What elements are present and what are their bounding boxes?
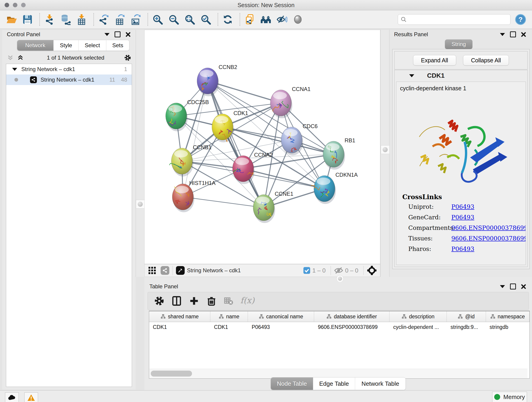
table-cell[interactable]: cyclin-dependent ...	[389, 322, 447, 332]
export-network-icon[interactable]	[98, 14, 109, 25]
panel-float-icon[interactable]	[114, 32, 120, 37]
expand-all-button[interactable]: Expand All	[413, 55, 456, 65]
crosslink-value-link[interactable]: P06493	[451, 245, 474, 252]
export-table-icon[interactable]	[114, 14, 125, 25]
table-cell[interactable]: 9606.ENSP00000378699	[314, 322, 389, 332]
network-options-gear-icon[interactable]	[124, 54, 131, 61]
column-header-database-identifier[interactable]: database identifier	[314, 311, 389, 322]
panel-float-icon[interactable]	[510, 283, 516, 289]
left-splitter[interactable]	[136, 30, 145, 277]
table-cell[interactable]: P06493	[248, 322, 314, 332]
network-node-CCNB1[interactable]: CCNB1	[169, 144, 211, 177]
network-edge[interactable]	[183, 197, 264, 208]
column-header-@id[interactable]: @id	[447, 311, 486, 322]
show-columns-icon[interactable]	[172, 296, 182, 306]
import-network-from-database-icon[interactable]	[60, 14, 71, 25]
network-collection-row[interactable]: String Network – cdk1 1	[6, 64, 132, 75]
network-node-CDC25B[interactable]: CDC25B	[166, 99, 209, 131]
network-node-RB1[interactable]: RB1	[323, 137, 355, 170]
panel-close-icon[interactable]	[521, 32, 526, 37]
table-row[interactable]: CDK1CDK1P064939606.ENSP00000378699cyclin…	[149, 322, 530, 332]
column-header-name[interactable]: name	[210, 311, 248, 322]
birds-eye-view-icon[interactable]	[148, 266, 157, 275]
crosslink-value-link[interactable]: P06493	[451, 214, 474, 221]
center-view-target-icon[interactable]	[367, 265, 377, 275]
panel-menu-icon[interactable]	[500, 285, 505, 288]
string-home-icon[interactable]	[260, 14, 271, 25]
panel-close-icon[interactable]	[521, 284, 526, 289]
tab-sets[interactable]: Sets	[106, 40, 129, 51]
network-graph[interactable]: CCNB2CCNA1CDC25BCDK1CDC6RB1CCNB1CCNA2CDK…	[145, 30, 380, 264]
table-cell[interactable]: stringdb:9...	[447, 322, 486, 332]
tab-string[interactable]: String	[445, 39, 472, 49]
panel-close-icon[interactable]	[126, 32, 131, 37]
table-cell[interactable]: CDK1	[149, 322, 210, 332]
node-details-header[interactable]: CDK1	[394, 70, 527, 81]
column-header-description[interactable]: description	[389, 311, 447, 322]
tab-node-table[interactable]: Node Table	[271, 377, 313, 390]
import-table-from-file-icon[interactable]	[76, 14, 87, 25]
import-network-from-file-icon[interactable]	[44, 14, 55, 25]
network-edge[interactable]	[182, 140, 292, 161]
open-external-icon[interactable]	[176, 266, 185, 275]
selected-checkbox-icon[interactable]	[303, 267, 310, 274]
panel-menu-icon[interactable]	[500, 33, 505, 36]
memory-button[interactable]: Memory	[492, 392, 527, 402]
horizontal-scrollbar[interactable]	[149, 369, 527, 378]
crosslink-value-link[interactable]: 9606.ENSP00000378699	[451, 224, 526, 231]
table-cell[interactable]: stringdb	[486, 322, 530, 332]
crosslink-value-link[interactable]: 9606.ENSP00000378699	[451, 235, 526, 242]
table-cell[interactable]: CDK1	[210, 322, 248, 332]
panel-float-icon[interactable]	[510, 32, 516, 37]
network-edge[interactable]	[183, 81, 208, 197]
zoom-selected-icon[interactable]	[200, 14, 211, 25]
network-edge[interactable]	[208, 81, 264, 208]
table-options-gear-icon[interactable]	[154, 296, 164, 306]
left-splitter-handle[interactable]	[136, 200, 145, 209]
tab-edge-table[interactable]: Edge Table	[313, 377, 355, 390]
search-input[interactable]	[409, 16, 507, 23]
network-row-selected[interactable]: String Network – cdk1 11 48	[6, 75, 132, 85]
network-node-CDC6[interactable]: CDC6	[281, 123, 317, 155]
search-box[interactable]	[398, 14, 510, 25]
network-node-CCNB2[interactable]: CCNB2	[197, 64, 237, 96]
zoom-fit-content-icon[interactable]	[184, 14, 195, 25]
network-node-CCNE1[interactable]: CCNE1	[253, 191, 293, 223]
clone-network-icon[interactable]	[244, 14, 255, 25]
delete-column-trash-icon[interactable]	[206, 296, 216, 306]
create-column-plus-icon[interactable]	[189, 296, 199, 306]
tab-select[interactable]: Select	[79, 40, 106, 51]
export-image-icon[interactable]	[130, 14, 141, 25]
panel-menu-icon[interactable]	[104, 33, 109, 36]
hide-graphics-details-icon[interactable]	[276, 14, 287, 25]
tab-network[interactable]: Network	[17, 40, 54, 51]
crosslink-value-link[interactable]: P06493	[451, 203, 474, 210]
scrollbar-thumb[interactable]	[151, 370, 192, 376]
cloud-button[interactable]	[5, 392, 19, 402]
collapse-all-networks-icon[interactable]	[17, 54, 24, 61]
tab-style[interactable]: Style	[54, 40, 79, 51]
save-session-icon[interactable]	[22, 14, 33, 25]
node-table[interactable]: shared namenamecanonical namedatabase id…	[149, 311, 530, 379]
show-inactive-icon[interactable]	[292, 14, 303, 25]
network-node-CCNA1[interactable]: CCNA1	[270, 86, 310, 118]
horizontal-splitter[interactable]	[144, 277, 532, 282]
network-node-HIST1H1A[interactable]: HIST1H1A	[172, 180, 215, 212]
network-view-canvas[interactable]: CCNB2CCNA1CDC25BCDK1CDC6RB1CCNB1CCNA2CDK…	[144, 30, 380, 264]
open-session-icon[interactable]	[6, 14, 17, 25]
help-icon[interactable]: ?	[515, 14, 526, 25]
column-header-namespace[interactable]: namespace	[486, 311, 530, 322]
refresh-network-icon[interactable]	[222, 14, 233, 25]
warnings-button[interactable]	[24, 392, 38, 402]
network-node-CDK1[interactable]: CDK1	[212, 110, 248, 142]
horizontal-splitter-handle[interactable]	[336, 275, 344, 282]
zoom-out-icon[interactable]	[168, 14, 179, 25]
section-expander-icon[interactable]	[409, 74, 414, 77]
right-splitter-handle[interactable]	[381, 145, 389, 154]
collapse-all-button[interactable]: Collapse All	[463, 55, 509, 65]
expand-all-networks-icon[interactable]	[7, 54, 14, 61]
column-header-shared-name[interactable]: shared name	[149, 311, 210, 322]
tree-expander-icon[interactable]	[12, 68, 17, 71]
zoom-in-icon[interactable]	[152, 14, 163, 25]
column-header-canonical-name[interactable]: canonical name	[248, 311, 314, 322]
